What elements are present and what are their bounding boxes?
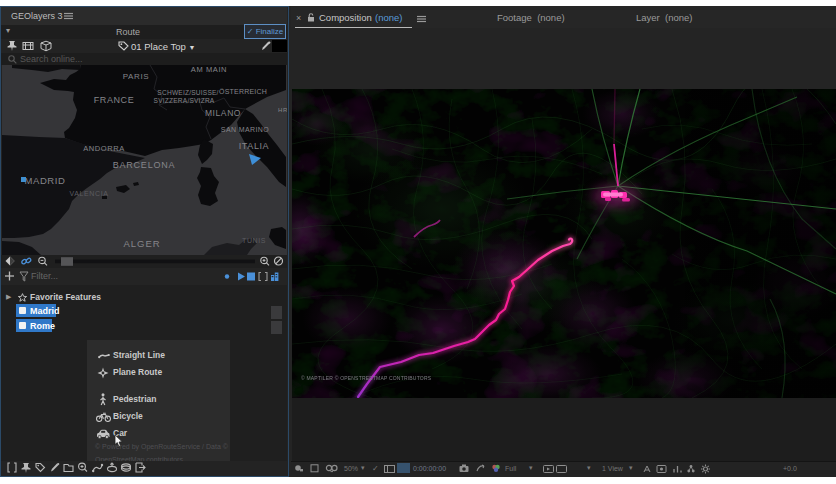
svg-text:MADRID: MADRID [24, 175, 65, 186]
svg-text:SAN MARINO: SAN MARINO [221, 126, 269, 133]
svg-text:SCHWEIZ/SUISSE/: SCHWEIZ/SUISSE/ [157, 89, 218, 96]
svg-text:TUNIS: TUNIS [242, 237, 266, 244]
svg-text:AM MAIN: AM MAIN [191, 65, 227, 74]
svg-text:ITALIA: ITALIA [239, 141, 269, 151]
svg-text:ÖSTERREICH: ÖSTERREICH [219, 88, 267, 95]
svg-text:BARCELONA: BARCELONA [113, 160, 176, 170]
svg-text:© MAPTILER © OPENSTREETMAP CON: © MAPTILER © OPENSTREETMAP CONTRIBUTORS [301, 375, 432, 381]
svg-text:ANDORRA: ANDORRA [83, 144, 125, 153]
svg-text:FRANCE: FRANCE [94, 95, 135, 105]
svg-text:SVIZZERA/SVIZRA: SVIZZERA/SVIZRA [154, 97, 215, 104]
svg-text:ALGER: ALGER [123, 238, 160, 249]
svg-text:MILANO: MILANO [205, 108, 241, 118]
svg-text:HR: HR [278, 107, 287, 113]
svg-text:VALENCIA: VALENCIA [70, 190, 109, 197]
svg-text:PARIS: PARIS [123, 72, 149, 81]
